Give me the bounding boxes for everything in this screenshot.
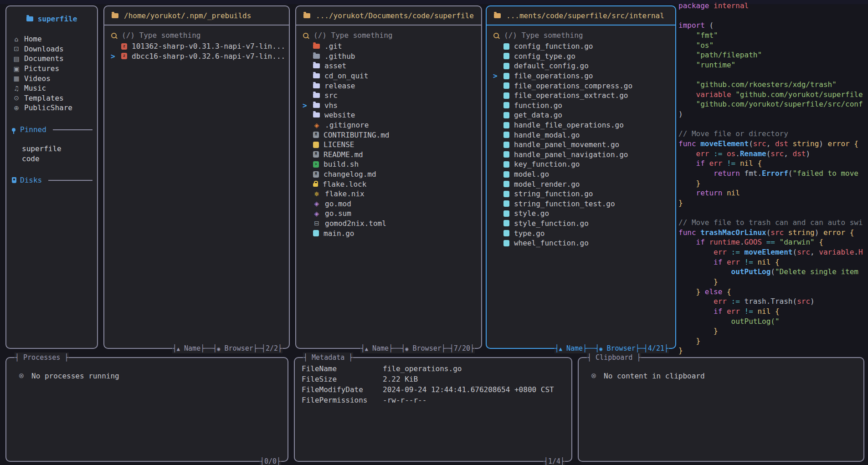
- file-row[interactable]: asset: [296, 61, 481, 71]
- file-row[interactable]: style_function.go: [487, 219, 675, 229]
- sidebar-item-documents[interactable]: ▤Documents: [6, 54, 97, 64]
- file-row[interactable]: style.go: [487, 209, 675, 219]
- sort-tab[interactable]: ▲ Name: [365, 344, 389, 353]
- pinned-item-code[interactable]: code: [6, 153, 97, 164]
- file-row[interactable]: config_function.go: [487, 41, 675, 51]
- app-title-row: superfile: [6, 15, 97, 23]
- processes-panel: ┤ Processes ├ ⊗ No processes running ┤0/…: [5, 357, 288, 462]
- file-row[interactable]: string_function.go: [487, 189, 675, 199]
- metadata-rows: FileNamefile_operations.goFileSize2.22 K…: [295, 358, 571, 405]
- file-row[interactable]: function.go: [487, 101, 675, 111]
- file-row[interactable]: handle_modal.go: [487, 130, 675, 140]
- file-row[interactable]: website: [296, 110, 481, 120]
- file-name: release: [324, 82, 355, 90]
- metadata-row: FileNamefile_operations.go: [295, 363, 571, 374]
- file-name: CONTRIBUTING.md: [324, 131, 390, 139]
- file-row[interactable]: MREADME.md: [296, 150, 481, 160]
- file-type-icon: [503, 73, 509, 79]
- file-row[interactable]: key_function.go: [487, 159, 675, 169]
- empty-circle-icon: ⊗: [18, 373, 25, 379]
- code-line: [678, 11, 867, 21]
- sidebar-item-downloads[interactable]: ⊡Downloads: [6, 44, 97, 54]
- file-row[interactable]: wheel_function.go: [487, 238, 675, 248]
- code-line: }: [678, 198, 867, 208]
- home-icon: ⌂: [13, 36, 20, 42]
- file-row[interactable]: src: [296, 91, 481, 101]
- file-row[interactable]: main.go: [296, 228, 481, 238]
- file-row[interactable]: ❄flake.nix: [296, 189, 481, 199]
- file-row[interactable]: >zdbcc16-sharp-v0.32.6-napi-v7-lin...: [104, 51, 289, 61]
- clipboard-empty-text: No content in clipboard: [604, 372, 705, 380]
- code-line: if runtime.GOOS == "darwin" {: [678, 237, 867, 247]
- music-icon: ♫: [13, 85, 20, 92]
- file-row[interactable]: .git: [296, 41, 481, 51]
- file-row[interactable]: cd_on_quit: [296, 71, 481, 81]
- publicshare-icon: ⊕: [13, 105, 20, 111]
- sidebar-item-videos[interactable]: ▦Videos: [6, 73, 97, 83]
- file-row[interactable]: ◈.gitignore: [296, 120, 481, 130]
- count-label: 7/20: [454, 344, 470, 353]
- file-row[interactable]: file_operations_extract.go: [487, 91, 675, 101]
- sort-tab[interactable]: ▲ Name: [559, 344, 583, 353]
- metadata-value: 2024-09-24 12:44:41.676208654 +0800 CST: [383, 385, 554, 394]
- file-row[interactable]: type.go: [487, 228, 675, 238]
- file-row[interactable]: string_function_test.go: [487, 199, 675, 209]
- sidebar-item-publicshare[interactable]: ⊕PublicShare: [6, 103, 97, 113]
- file-row[interactable]: ◈go.sum: [296, 209, 481, 219]
- code-line: "runtime": [678, 60, 867, 70]
- file-row[interactable]: >build.sh: [296, 159, 481, 169]
- file-row[interactable]: model.go: [487, 169, 675, 179]
- sort-tab[interactable]: ▲ Name: [177, 344, 200, 353]
- file-row[interactable]: Mchangelog.md: [296, 169, 481, 179]
- panel-path-header: /home/yorukot/.npm/_prebuilds: [104, 6, 289, 26]
- file-row[interactable]: handle_panel_navigation.go: [487, 150, 675, 160]
- file-row[interactable]: >file_operations.go: [487, 71, 675, 81]
- search-input[interactable]: (/) Type something: [487, 31, 675, 40]
- file-name: asset: [324, 61, 346, 70]
- file-row[interactable]: config_type.go: [487, 51, 675, 61]
- search-input[interactable]: (/) Type something: [104, 31, 289, 40]
- file-name: type.go: [514, 229, 544, 238]
- file-row[interactable]: >vhs: [296, 101, 481, 111]
- code-line: variable "github.com/yorukot/superfile: [678, 90, 867, 100]
- mode-tab[interactable]: ◉ Browser: [599, 344, 635, 353]
- browser-icon: ◉: [217, 346, 220, 352]
- metadata-panel: ┤ Metadata ├ FileNamefile_operations.goF…: [294, 357, 572, 462]
- file-row[interactable]: handle_panel_movement.go: [487, 140, 675, 150]
- file-row[interactable]: ◈go.mod: [296, 199, 481, 209]
- mode-tab[interactable]: ◉ Browser: [405, 344, 441, 353]
- cursor-icon: >: [303, 101, 307, 110]
- file-row[interactable]: handle_file_operations.go: [487, 120, 675, 130]
- file-row[interactable]: default_config.go: [487, 61, 675, 71]
- file-type-icon: M: [313, 171, 319, 178]
- search-icon: [303, 33, 308, 38]
- folder-icon: [313, 54, 320, 59]
- file-row[interactable]: LICENSE: [296, 140, 481, 150]
- file-row[interactable]: release: [296, 81, 481, 91]
- sidebar-item-pictures[interactable]: ▣Pictures: [6, 64, 97, 74]
- file-row[interactable]: ⊟gomod2nix.toml: [296, 219, 481, 229]
- metadata-value: file_operations.go: [383, 364, 462, 373]
- file-row[interactable]: z101362-sharp-v0.31.3-napi-v7-lin...: [104, 41, 289, 51]
- metadata-count: ┤1/4├: [544, 456, 565, 465]
- file-row[interactable]: file_operations_compress.go: [487, 81, 675, 91]
- mode-tab[interactable]: ◉ Browser: [217, 344, 253, 353]
- sidebar-item-music[interactable]: ♫Music: [6, 83, 97, 93]
- file-row[interactable]: model_render.go: [487, 179, 675, 189]
- sidebar-item-home[interactable]: ⌂Home: [6, 34, 97, 44]
- code-line: if err != nil {: [678, 158, 867, 169]
- panel-footer: ┤▲ Name├──┤◉ Browser├─┤7/20├: [360, 343, 475, 353]
- sidebar-item-templates[interactable]: ⊙Templates: [6, 93, 97, 103]
- search-icon: [111, 33, 117, 38]
- file-row[interactable]: get_data.go: [487, 110, 675, 120]
- file-row[interactable]: MCONTRIBUTING.md: [296, 130, 481, 140]
- search-input[interactable]: (/) Type something: [296, 31, 481, 40]
- pinned-section-header: Pinned: [6, 125, 97, 135]
- code-line: // Move file or directory: [678, 129, 867, 139]
- pinned-item-superfile[interactable]: superfile: [6, 144, 97, 154]
- folder-icon: [313, 73, 320, 78]
- file-row[interactable]: flake.lock: [296, 179, 481, 189]
- file-type-icon: ⊟: [313, 220, 320, 226]
- file-row[interactable]: .github: [296, 51, 481, 61]
- folder-icon: [303, 13, 310, 18]
